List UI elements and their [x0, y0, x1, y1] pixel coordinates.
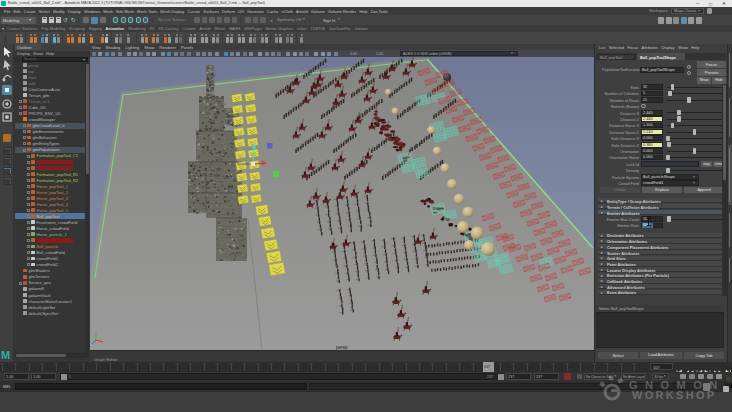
svg-text:WORKSHOP: WORKSHOP [632, 389, 716, 401]
